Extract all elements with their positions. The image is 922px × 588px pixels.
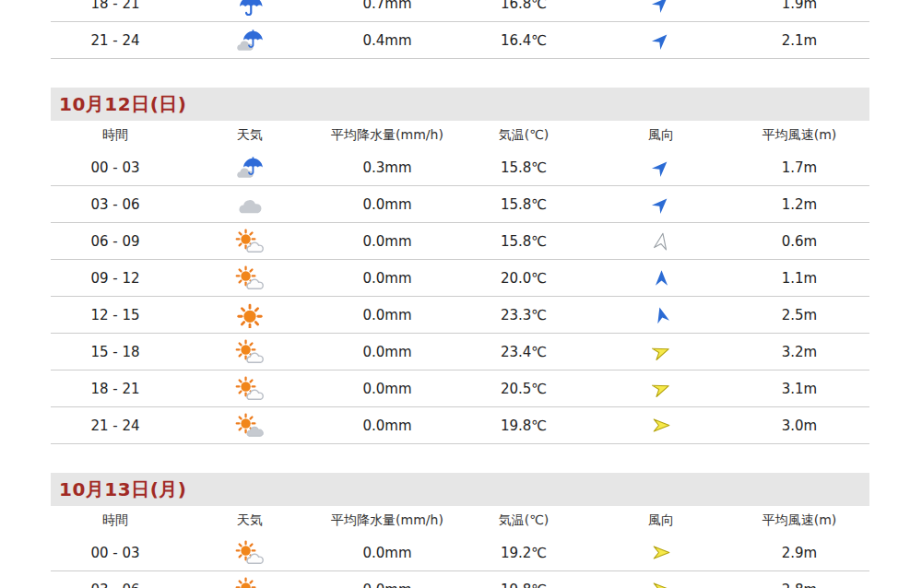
wind-direction-icon [651,30,671,51]
sun-cloud-icon [234,229,266,254]
wind-speed-value: 1.2m [729,196,869,213]
wind-speed-value: 3.2m [729,344,869,360]
wind-speed-value: 2.1m [729,32,869,49]
precipitation-value: 0.0mm [320,417,455,434]
weather-cell [180,192,320,218]
wind-direction-cell [593,342,729,362]
time-range: 21 - 24 [51,417,180,434]
weather-cell [180,339,320,365]
time-range: 18 - 21 [51,0,180,12]
sun-cloud-icon [234,265,266,291]
column-header: 平均風速(m) [729,127,869,144]
sun-cloud-icon [234,339,266,365]
column-header: 風向 [593,512,729,529]
sun-cloud-icon [234,577,266,588]
table-row: 06 - 090.0mm15.8℃0.6m [51,223,869,260]
precipitation-value: 0.7mm [320,0,455,12]
time-range: 03 - 06 [51,196,180,213]
weather-cell [180,302,320,328]
weather-cell [180,413,320,439]
precipitation-value: 0.0mm [320,307,455,323]
wind-direction-icon [651,543,671,563]
time-range: 00 - 03 [51,545,180,561]
wind-direction-cell [593,416,729,436]
wind-direction-cell [593,580,729,588]
column-header: 風向 [593,127,729,144]
wind-direction-cell [593,305,729,325]
wind-speed-value: 1.9m [729,0,869,12]
temperature-value: 15.8℃ [455,196,593,213]
section-title: 10月12日(日) [59,92,186,117]
umbrella-cloud-icon [234,155,266,181]
wind-direction-cell [593,543,729,563]
sun-cloud-icon [234,540,266,566]
time-range: 18 - 21 [51,381,180,397]
precipitation-value: 0.0mm [320,582,455,588]
wind-direction-icon [651,379,671,399]
temperature-value: 19.2℃ [455,545,593,561]
table-row: 09 - 120.0mm20.0℃1.1m [51,260,869,297]
wind-speed-value: 2.9m [729,545,869,561]
wind-speed-value: 2.5m [729,307,869,323]
wind-direction-icon [651,305,671,325]
table-row: 12 - 150.0mm23.3℃2.5m [51,297,869,334]
sun-cloud-gray-icon [234,413,266,439]
column-header: 時間 [51,512,180,529]
wind-direction-cell [593,231,729,252]
wind-direction-cell [593,268,729,288]
weather-cell [180,577,320,588]
forecast-section: 10月12日(日)時間天気平均降水量(mm/h)気温(℃)風向平均風速(m)00… [51,88,869,444]
temperature-value: 19.8℃ [455,582,593,588]
section-title-band: 10月12日(日) [51,88,869,121]
table-row: 00 - 030.3mm15.8℃1.7m [51,149,869,186]
umbrella-icon [234,0,266,17]
wind-direction-cell [593,158,729,178]
weather-cell [180,540,320,566]
table-row: 21 - 240.4mm16.4℃2.1m [51,22,869,59]
forecast-section: 18 - 210.7mm16.8℃1.9m21 - 240.4mm16.4℃2.… [51,0,869,59]
wind-direction-cell [593,379,729,399]
temperature-value: 23.3℃ [455,307,593,323]
section-title-band: 10月13日(月) [51,473,869,506]
column-header: 平均風速(m) [729,512,869,529]
temperature-value: 16.8℃ [455,0,593,12]
precipitation-value: 0.0mm [320,270,455,287]
time-range: 15 - 18 [51,344,180,360]
wind-direction-icon [651,231,671,252]
wind-direction-icon [651,0,671,14]
weather-cell [180,155,320,181]
temperature-value: 19.8℃ [455,417,593,434]
temperature-value: 15.8℃ [455,233,593,250]
precipitation-value: 0.3mm [320,159,455,176]
temperature-value: 20.5℃ [455,381,593,397]
temperature-value: 20.0℃ [455,270,593,287]
time-range: 00 - 03 [51,159,180,176]
weather-cell [180,229,320,254]
forecast-section: 10月13日(月)時間天気平均降水量(mm/h)気温(℃)風向平均風速(m)00… [51,473,869,588]
table-row: 21 - 240.0mm19.8℃3.0m [51,407,869,444]
precipitation-value: 0.0mm [320,233,455,250]
wind-direction-icon [651,580,671,588]
umbrella-cloud-icon [234,28,266,53]
weather-cell [180,28,320,53]
table-row: 03 - 060.0mm15.8℃1.2m [51,186,869,223]
time-range: 06 - 09 [51,233,180,250]
wind-speed-value: 3.1m [729,381,869,397]
table-row: 18 - 210.7mm16.8℃1.9m [51,0,869,22]
table-row: 03 - 060.0mm19.8℃2.8m [51,571,869,588]
wind-direction-cell [593,194,729,215]
table-header-row: 時間天気平均降水量(mm/h)気温(℃)風向平均風速(m) [51,121,869,149]
column-header: 天気 [180,127,320,144]
column-header: 気温(℃) [455,512,593,529]
precipitation-value: 0.0mm [320,545,455,561]
table-row: 00 - 030.0mm19.2℃2.9m [51,535,869,571]
column-header: 天気 [180,512,320,529]
wind-direction-icon [651,268,671,288]
wind-speed-value: 3.0m [729,417,869,434]
sun-icon [234,302,266,328]
cloud-icon [234,192,266,218]
wind-direction-icon [651,342,671,362]
precipitation-value: 0.0mm [320,196,455,213]
column-header: 時間 [51,127,180,144]
time-range: 09 - 12 [51,270,180,287]
